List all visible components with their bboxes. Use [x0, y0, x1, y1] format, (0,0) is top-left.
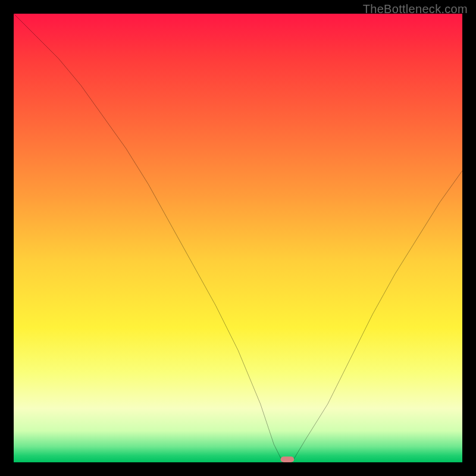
plot-area [14, 14, 462, 462]
watermark-label: TheBottleneck.com [363, 2, 468, 16]
chart-frame: TheBottleneck.com [0, 0, 476, 476]
optimal-marker [281, 456, 295, 462]
chart-svg [14, 14, 462, 462]
gradient-background [14, 14, 462, 462]
